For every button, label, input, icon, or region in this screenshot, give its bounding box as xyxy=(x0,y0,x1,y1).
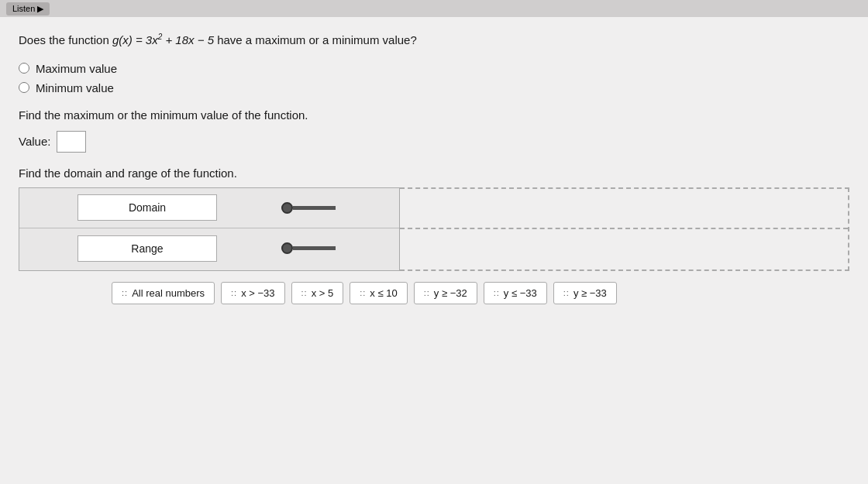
range-label-cell: Range xyxy=(19,231,275,266)
domain-label-cell: Domain xyxy=(19,190,275,225)
chip-y-ge-neg33[interactable]: :: y ≥ −33 xyxy=(553,282,617,304)
chip-x-le-10-dots: :: xyxy=(360,288,366,297)
radio-item-max[interactable]: Maximum value xyxy=(19,62,849,75)
range-connector xyxy=(275,242,399,254)
chip-all-real-dots: :: xyxy=(122,288,128,297)
radio-item-min[interactable]: Minimum value xyxy=(19,81,849,94)
find-domain-label: Find the domain and range of the functio… xyxy=(19,166,849,180)
domain-drop-zone[interactable] xyxy=(400,189,848,229)
chip-x-le-10[interactable]: :: x ≤ 10 xyxy=(350,282,407,304)
chip-y-le-neg33-label: y ≤ −33 xyxy=(504,287,537,299)
listen-label: Listen xyxy=(12,4,35,13)
range-drop-zone[interactable] xyxy=(400,229,848,269)
domain-bar xyxy=(293,206,336,210)
value-row: Value: xyxy=(19,131,849,153)
domain-connector xyxy=(275,202,399,214)
radio-min[interactable] xyxy=(19,82,29,93)
chips-bar: :: All real numbers :: x > −33 :: x > 5 … xyxy=(19,282,849,304)
radio-max[interactable] xyxy=(19,63,29,74)
chip-x-gt-5-dots: :: xyxy=(301,288,308,297)
range-bar xyxy=(293,246,336,250)
chip-x-gt-5[interactable]: :: x > 5 xyxy=(291,282,344,304)
range-label: Range xyxy=(78,235,217,262)
value-label: Value: xyxy=(19,135,50,148)
chip-all-real[interactable]: :: All real numbers xyxy=(112,282,215,304)
main-content: Does the function g(x) = 3x2 + 18x − 5 h… xyxy=(0,17,868,314)
chip-y-ge-neg32[interactable]: :: y ≥ −32 xyxy=(414,282,477,304)
chip-all-real-label: All real numbers xyxy=(132,287,205,299)
find-minmax-label: Find the maximum or the minimum value of… xyxy=(19,108,849,122)
radio-max-label[interactable]: Maximum value xyxy=(36,62,117,75)
drop-zone-extension xyxy=(400,187,849,271)
value-input[interactable] xyxy=(57,131,86,153)
question-text: Does the function g(x) = 3x2 + 18x − 5 h… xyxy=(19,31,849,50)
domain-range-section: Find the domain and range of the functio… xyxy=(19,166,849,271)
chip-x-le-10-label: x ≤ 10 xyxy=(370,287,397,299)
radio-min-label[interactable]: Minimum value xyxy=(36,81,114,94)
question-prefix: Does the function xyxy=(19,33,112,46)
range-row: Range xyxy=(19,228,399,269)
chip-x-gt-neg33-dots: :: xyxy=(231,288,237,297)
top-bar: Listen ▶ xyxy=(0,0,868,17)
chip-y-ge-neg33-label: y ≥ −33 xyxy=(574,287,607,299)
radio-group: Maximum value Minimum value xyxy=(19,62,849,94)
range-circle xyxy=(281,242,293,254)
question-suffix: have a maximum or a minimum value? xyxy=(217,33,417,46)
domain-range-table: Domain Range xyxy=(19,187,849,271)
chip-y-ge-neg32-dots: :: xyxy=(424,288,430,297)
chip-x-gt-neg33-label: x > −33 xyxy=(241,287,274,299)
chip-y-ge-neg33-dots: :: xyxy=(563,288,570,297)
question-function: g(x) = 3x2 + 18x − 5 xyxy=(112,33,214,46)
domain-label: Domain xyxy=(78,194,217,221)
chip-y-le-neg33-dots: :: xyxy=(494,288,500,297)
domain-circle xyxy=(281,202,293,214)
domain-row: Domain xyxy=(19,188,399,228)
chip-y-ge-neg32-label: y ≥ −32 xyxy=(434,287,467,299)
play-icon: ▶ xyxy=(37,4,43,14)
chip-y-le-neg33[interactable]: :: y ≤ −33 xyxy=(484,282,547,304)
listen-button[interactable]: Listen ▶ xyxy=(6,2,50,15)
table-main: Domain Range xyxy=(19,187,400,271)
chip-x-gt-neg33[interactable]: :: x > −33 xyxy=(221,282,285,304)
chip-x-gt-5-label: x > 5 xyxy=(312,287,334,299)
